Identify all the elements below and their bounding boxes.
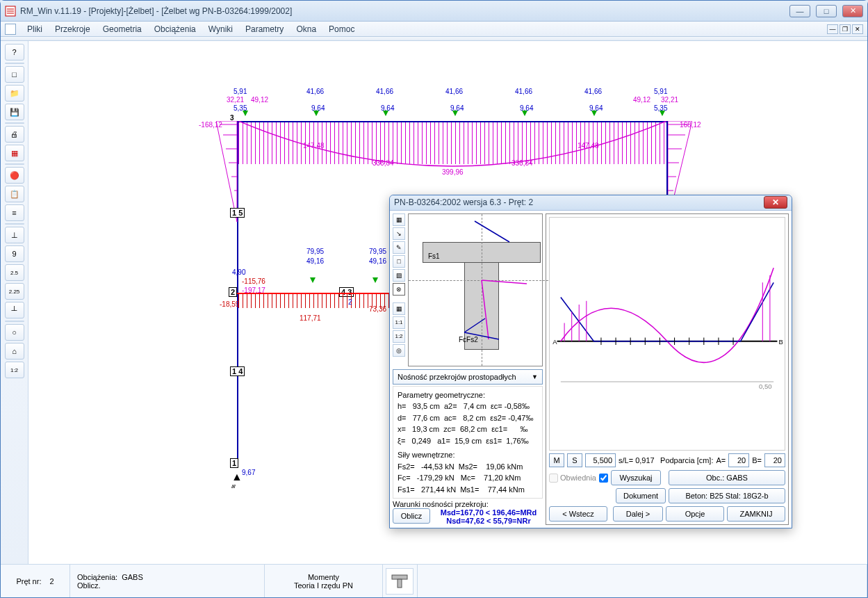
- val-label: 5,91: [654, 88, 667, 95]
- chevron-down-icon: ▼: [532, 373, 538, 380]
- svg-line-7: [482, 280, 489, 339]
- window-title: RM_Win v.11.19 - [Projekty]-[Żelbet] - […: [20, 6, 789, 16]
- tb-circle[interactable]: ○: [5, 324, 24, 341]
- dialog-mini-toolbar: ▦ ↘ ✎ □ ▨ ⊗ ▦ 1:1 1:2 ◎: [393, 213, 407, 366]
- val-label: 49,12: [633, 96, 650, 104]
- tb-2-5[interactable]: 2.5: [5, 264, 24, 281]
- wyszukaj-button[interactable]: Wyszukaj: [611, 470, 661, 485]
- mini-tool-1[interactable]: ↘: [393, 227, 405, 240]
- mdi-minimize[interactable]: —: [827, 24, 838, 34]
- tb-plot[interactable]: ▦: [5, 145, 24, 161]
- s-value-field[interactable]: [585, 453, 616, 467]
- val-label: 79,95: [306, 248, 324, 255]
- menu-wyniki[interactable]: Wyniki: [203, 23, 238, 35]
- tb-copy[interactable]: 📋: [5, 186, 24, 202]
- mini-tool-7[interactable]: 1:1: [393, 316, 405, 329]
- mini-tool-4[interactable]: ▨: [393, 269, 405, 282]
- close-button[interactable]: ✕: [842, 5, 863, 17]
- params-panel: Parametry geometryczne: h= 93,5 cm a2= 7…: [393, 386, 543, 499]
- mdi-icon[interactable]: [5, 24, 16, 35]
- menu-okna[interactable]: Okna: [290, 23, 322, 35]
- minimize-button[interactable]: —: [789, 5, 810, 17]
- tb-new[interactable]: □: [5, 66, 24, 83]
- zamknij-button[interactable]: ZAMKNIJ: [727, 506, 785, 522]
- maximize-button[interactable]: □: [816, 5, 837, 17]
- moment-label: 399,96: [442, 168, 464, 176]
- val-label: 41,66: [445, 88, 463, 95]
- dialog-close-button[interactable]: ✕: [764, 196, 787, 209]
- tb-sep: [5, 321, 24, 322]
- moment-label: -18,59: [220, 300, 239, 308]
- moment-label: 147,48: [303, 142, 325, 150]
- tb-sep: [5, 63, 24, 64]
- B-label: B=: [752, 456, 762, 464]
- combo-label: Nośność przekrojów prostopadłych: [398, 373, 516, 381]
- obwiednia-check2[interactable]: [599, 474, 608, 483]
- M-button[interactable]: M: [549, 453, 564, 467]
- B-field[interactable]: [764, 453, 785, 467]
- mini-tool-2[interactable]: ✎: [393, 241, 405, 254]
- menu-pomoc[interactable]: Pomoc: [323, 23, 360, 35]
- tb-home[interactable]: ⌂: [5, 343, 24, 359]
- mdi-restore[interactable]: ❐: [840, 24, 851, 34]
- tb-9[interactable]: 9: [5, 245, 24, 262]
- condition-msd: Msd=167,70 < 196,46=MRd: [434, 508, 543, 517]
- menu-parametry[interactable]: Parametry: [240, 23, 289, 35]
- val-label: 41,66: [515, 88, 532, 95]
- tb-scale[interactable]: 1:2: [5, 362, 24, 378]
- val-label: 9,67: [242, 469, 255, 476]
- obwiednia-checkbox[interactable]: Obwiednia: [549, 474, 596, 483]
- tb-list[interactable]: ≡: [5, 204, 24, 221]
- mini-tool-0[interactable]: ▦: [393, 213, 405, 226]
- obc-label: Obciążenia:: [77, 573, 117, 581]
- A-field[interactable]: [728, 453, 749, 467]
- momenty-label: Momenty: [272, 573, 375, 581]
- left-toolbar: ? □ 📁 💾 🖨 ▦ 🔴 📋 ≡ ⊥ 9 2.5 2.25 ┴ ○ ⌂ 1:2: [1, 41, 28, 564]
- menu-przekroje[interactable]: Przekroje: [49, 23, 96, 35]
- svg-line-6: [482, 280, 527, 284]
- menu-geometria[interactable]: Geometria: [97, 23, 147, 35]
- tb-support[interactable]: ⊥: [5, 227, 24, 243]
- svg-text:B: B: [779, 338, 783, 346]
- moment-label: 336,84: [511, 159, 533, 167]
- envelope-canvas[interactable]: A B 0,50: [549, 217, 785, 451]
- val-label: 5,91: [234, 88, 247, 95]
- wstecz-button[interactable]: < Wstecz: [549, 506, 607, 522]
- S-button[interactable]: S: [567, 453, 582, 467]
- analysis-type-combo[interactable]: Nośność przekrojów prostopadłych ▼: [393, 369, 543, 385]
- node-label: 2: [229, 287, 237, 297]
- mini-tool-9[interactable]: ◎: [393, 344, 405, 357]
- mini-tool-8[interactable]: 1:2: [393, 330, 405, 343]
- sL-label: s/L= 0,917: [619, 456, 655, 464]
- svg-line-9: [464, 318, 485, 332]
- svg-rect-3: [392, 575, 407, 579]
- tb-help[interactable]: ?: [5, 44, 24, 60]
- tb-save[interactable]: 💾: [5, 104, 24, 120]
- opcje-button[interactable]: Opcje: [666, 506, 724, 522]
- mini-tool-6[interactable]: ▦: [393, 302, 405, 315]
- val-label: 32,21: [227, 96, 244, 104]
- menu-obciazenia[interactable]: Obciążenia: [149, 23, 202, 35]
- tb-fire[interactable]: 🔴: [5, 167, 24, 184]
- mini-tool-3[interactable]: □: [393, 255, 405, 268]
- menu-pliki[interactable]: Pliki: [22, 23, 48, 35]
- load-arrow-icon: [310, 277, 316, 283]
- svg-line-8: [464, 332, 499, 339]
- oblicz-button[interactable]: Oblicz: [393, 508, 430, 524]
- cross-section-canvas[interactable]: Fs1 FcFs2: [408, 213, 543, 366]
- beton-stal-button[interactable]: Beton: B25 Stal: 18G2-b: [669, 488, 785, 503]
- dokument-button[interactable]: Dokument: [616, 488, 666, 503]
- tb-column[interactable]: ┴: [5, 302, 24, 318]
- A-label: A=: [716, 456, 726, 464]
- mdi-close[interactable]: ✕: [852, 24, 863, 34]
- mini-tool-5[interactable]: ⊗: [393, 283, 405, 296]
- tb-open[interactable]: 📁: [5, 85, 24, 102]
- load-arrow-icon: [313, 111, 319, 116]
- tb-2-25[interactable]: 2.25: [5, 283, 24, 300]
- svg-text:A: A: [552, 338, 557, 346]
- val-label: 79,95: [369, 248, 386, 255]
- obc-button[interactable]: Obc.: GABS: [669, 470, 785, 485]
- tb-print[interactable]: 🖨: [5, 126, 24, 143]
- dalej-button[interactable]: Dalej >: [613, 506, 663, 522]
- tb-sep: [5, 223, 24, 225]
